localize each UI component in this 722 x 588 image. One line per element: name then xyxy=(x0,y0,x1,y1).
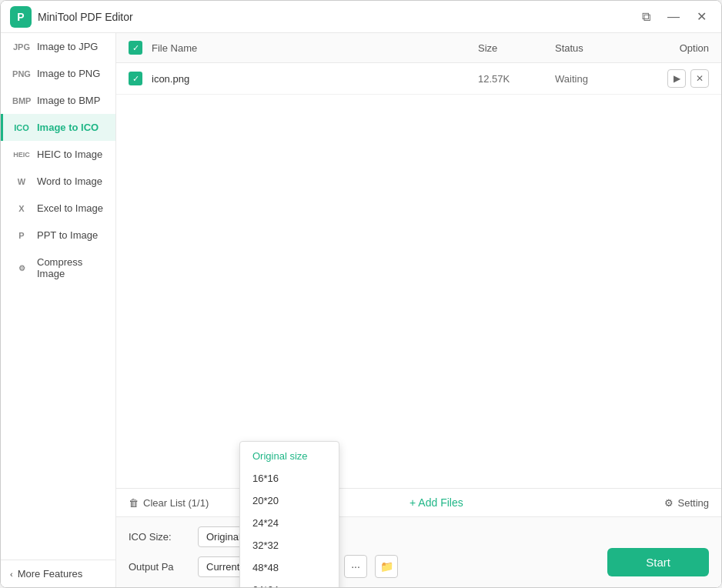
app-logo: P xyxy=(10,6,32,28)
sidebar-item-ppt-to-image[interactable]: P PPT to Image xyxy=(1,222,115,249)
sidebar-label-compress-image: Compress Image xyxy=(37,256,106,279)
more-features-label: More Features xyxy=(18,568,83,580)
app-title: MiniTool PDF Editor xyxy=(38,11,635,23)
dropdown-item-24x24[interactable]: 24*24 xyxy=(240,512,339,534)
table-row: ✓ icon.png 12.57K Waiting xyxy=(116,63,721,95)
sidebar-item-image-to-ico[interactable]: ICO Image to ICO xyxy=(1,114,115,141)
sidebar-item-image-to-jpg[interactable]: JPG Image to JPG xyxy=(1,33,115,60)
dropdown-item-48x48[interactable]: 48*48 xyxy=(240,556,339,579)
dropdown-item-original[interactable]: Original size xyxy=(240,445,339,467)
main-area: ✓ File Name Size Status Option ✓ icon.pn… xyxy=(116,33,721,587)
clear-list-button[interactable]: 🗑 Clear List (1/1) xyxy=(129,497,209,509)
sidebar-label-image-to-png: Image to PNG xyxy=(37,68,100,79)
ico-size-row: ICO Size: Original size 16*16 20*20 24*2… xyxy=(129,526,709,547)
sidebar-item-word-to-image[interactable]: W Word to Image xyxy=(1,168,115,195)
sidebar-label-ppt-to-image: PPT to Image xyxy=(37,229,98,241)
sidebar-label-word-to-image: Word to Image xyxy=(37,175,102,187)
sidebar-item-image-to-png[interactable]: PNG Image to PNG xyxy=(1,60,115,87)
png-icon: PNG xyxy=(12,69,31,79)
header-status: Status xyxy=(555,42,647,54)
sidebar-label-image-to-bmp: Image to BMP xyxy=(37,95,100,106)
output-path-label: Output Pa xyxy=(129,561,190,573)
select-all-checkbox[interactable]: ✓ xyxy=(129,41,142,55)
header-filename: File Name xyxy=(152,42,478,54)
jpg-icon: JPG xyxy=(12,42,31,52)
sidebar-item-heic-to-image[interactable]: HEIC HEIC to Image xyxy=(1,141,115,168)
dropdown-item-32x32[interactable]: 32*32 xyxy=(240,534,339,556)
table-header: ✓ File Name Size Status Option xyxy=(116,33,721,63)
dropdown-item-20x20[interactable]: 20*20 xyxy=(240,489,339,512)
file-table: ✓ File Name Size Status Option ✓ icon.pn… xyxy=(116,33,721,488)
setting-button[interactable]: ⚙ Setting xyxy=(664,497,709,509)
row-filename: icon.png xyxy=(152,73,478,85)
ico-icon: ICO xyxy=(12,123,31,132)
chevron-left-icon: ‹ xyxy=(10,570,13,579)
window-controls: ⧉ — ✕ xyxy=(635,6,712,28)
compress-icon: ⚙ xyxy=(12,264,31,272)
sidebar-item-image-to-bmp[interactable]: BMP Image to BMP xyxy=(1,87,115,114)
row-size: 12.57K xyxy=(478,73,555,85)
ppt-icon: P xyxy=(12,231,31,240)
dots-button[interactable]: ··· xyxy=(344,555,367,578)
add-files-button[interactable]: + Add Files xyxy=(409,496,463,509)
restore-button[interactable]: ⧉ xyxy=(635,6,657,28)
folder-button[interactable]: 📁 xyxy=(375,555,398,578)
sidebar-label-image-to-ico: Image to ICO xyxy=(37,122,99,133)
close-button[interactable]: ✕ xyxy=(690,6,712,28)
bottom-toolbar: 🗑 Clear List (1/1) + Add Files ⚙ Setting xyxy=(116,488,721,516)
titlebar: P MiniTool PDF Editor ⧉ — ✕ xyxy=(1,1,721,33)
header-check: ✓ xyxy=(129,41,152,55)
row-checkbox[interactable]: ✓ xyxy=(129,72,152,85)
row-options: ▶ ✕ xyxy=(647,69,709,88)
sidebar: JPG Image to JPG PNG Image to PNG BMP Im… xyxy=(1,33,116,587)
minimize-button[interactable]: — xyxy=(663,6,684,28)
excel-icon: X xyxy=(12,204,31,213)
content-area: JPG Image to JPG PNG Image to PNG BMP Im… xyxy=(1,33,721,587)
bottom-panel: ICO Size: Original size 16*16 20*20 24*2… xyxy=(116,516,721,587)
table-body: ✓ icon.png 12.57K Waiting xyxy=(116,63,721,488)
app-window: P MiniTool PDF Editor ⧉ — ✕ JPG Image to… xyxy=(0,0,722,588)
dropdown-item-16x16[interactable]: 16*16 xyxy=(240,467,339,489)
sidebar-item-compress-image[interactable]: ⚙ Compress Image xyxy=(1,249,115,287)
heic-icon: HEIC xyxy=(12,151,31,159)
dropdown-item-64x64[interactable]: 64*64 xyxy=(240,579,339,587)
header-option: Option xyxy=(647,42,709,54)
sidebar-label-image-to-jpg: Image to JPG xyxy=(37,41,98,52)
bmp-icon: BMP xyxy=(12,96,31,105)
ico-size-dropdown: Original size 16*16 20*20 24*24 32*32 48… xyxy=(239,441,339,587)
word-icon: W xyxy=(12,177,31,186)
more-features-item[interactable]: ‹ More Features xyxy=(1,560,115,587)
sidebar-item-excel-to-image[interactable]: X Excel to Image xyxy=(1,195,115,222)
sidebar-label-heic-to-image: HEIC to Image xyxy=(37,149,102,160)
delete-row-button[interactable]: ✕ xyxy=(690,69,709,88)
sidebar-label-excel-to-image: Excel to Image xyxy=(37,202,103,214)
setting-icon: ⚙ xyxy=(664,497,674,509)
play-button[interactable]: ▶ xyxy=(667,69,686,88)
ico-size-label: ICO Size: xyxy=(129,531,190,543)
header-size: Size xyxy=(478,42,555,54)
row-status: Waiting xyxy=(555,73,647,85)
start-button[interactable]: Start xyxy=(607,548,709,576)
clear-list-icon: 🗑 xyxy=(129,497,139,509)
